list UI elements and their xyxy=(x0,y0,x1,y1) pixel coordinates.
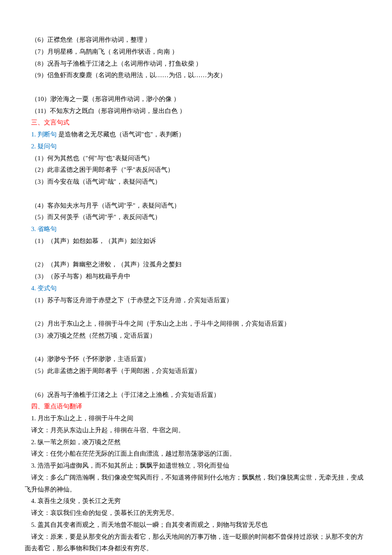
text-line: 译文：任凭小船在茫茫无际的江面上自由漂流，越过那浩荡渺远的江面。 xyxy=(25,448,367,460)
text-line xyxy=(25,306,367,318)
text-line: （2）月出于东山之上，徘徊于斗牛之间（于东山之上出，于斗牛之间徘徊，介宾短语后置… xyxy=(25,318,367,330)
text-line: 1. 判断句 是造物者之无尽藏也（语气词"也"，表判断） xyxy=(25,129,367,141)
text-line: （5）此非孟德之困于周郎者乎（于周郎困，介宾短语后置） xyxy=(25,365,367,377)
text-line: （9）侣鱼虾而友麋鹿（名词的意动用法，以……为侣，以……为友） xyxy=(25,69,367,81)
text-line: 2. 纵一苇之所如，凌万顷之茫然 xyxy=(25,436,367,448)
text-line: 3. 浩浩乎如冯虚御风，而不知其所止；飘飘乎如遗世独立，羽化而登仙 xyxy=(25,460,367,472)
text-line xyxy=(25,342,367,354)
text-line: （3）（苏子与客）相与枕藉乎舟中 xyxy=(25,271,367,283)
text-span: 1. 判断句 xyxy=(31,131,57,138)
text-line: （4）渺渺兮予怀（予怀渺渺，主语后置） xyxy=(25,353,367,365)
text-line: （6）况吾与子渔樵于江渚之上（于江渚之上渔樵，介宾短语后置） xyxy=(25,389,367,401)
text-line: 4. 变式句 xyxy=(25,283,367,295)
text-line: （2）此非孟德之困于周郎者乎（"乎"表反问语气） xyxy=(25,164,367,176)
text-line: （4）客亦知夫水与月乎（语气词"乎"，表疑问语气） xyxy=(25,200,367,212)
text-line: 4. 哀吾生之须臾，羡长江之无穷 xyxy=(25,495,367,507)
text-line: 译文：哀叹我们生命的短促，羡慕长江的无穷无尽。 xyxy=(25,507,367,519)
text-line: 2. 疑问句 xyxy=(25,141,367,153)
text-span: 是造物者之无尽藏也（语气词"也"，表判断） xyxy=(57,131,185,138)
text-line xyxy=(25,81,367,93)
text-line: 1. 月出于东山之上，徘徊于斗牛之间 xyxy=(25,413,367,425)
document-body: （6）正襟危坐（形容词用作动词，整理 ）（7）月明星稀，乌鹊南飞（ 名词用作状语… xyxy=(25,34,367,555)
text-line: 译文：多么广阔浩瀚啊，我们像凌空驾风而行，不知道将停留到什么地方；飘飘然，我们像… xyxy=(25,472,367,496)
text-line: （1）何为其然也（"何"与"也"表疑问语气） xyxy=(25,153,367,165)
text-line: （7）月明星稀，乌鹊南飞（ 名词用作状语，向南 ） xyxy=(25,46,367,58)
text-line: （3）而今安在哉（语气词"哉"，表疑问语气） xyxy=(25,176,367,188)
text-line: 三、文言句式 xyxy=(25,117,367,129)
text-line: （1）（其声）如怨如慕，（其声）如泣如诉 xyxy=(25,235,367,247)
text-line: （11）不知东方之既白（形容词用作动词，显出白色 ） xyxy=(25,105,367,117)
text-line: （6）正襟危坐（形容词用作动词，整理 ） xyxy=(25,34,367,46)
text-line: 3. 省略句 xyxy=(25,223,367,235)
text-line: 四、重点语句翻译 xyxy=(25,401,367,413)
text-line xyxy=(25,377,367,389)
text-line: 译文：原来，要是从那变化的方面去看它，那么天地间的万事万物，连一眨眼的时间都不曾… xyxy=(25,531,367,555)
text-line: （10）渺沧海之一粟（形容词用作动词，渺小的像 ） xyxy=(25,93,367,105)
text-line: （2）（其声）舞幽壑之潜蛟，（其声）泣孤舟之嫠妇 xyxy=(25,259,367,271)
text-line: （3）凌万顷之茫然（茫然万顷，定语后置） xyxy=(25,330,367,342)
text-line: 译文：月亮从东边山上升起，徘徊在斗宿、牛宿之间。 xyxy=(25,425,367,436)
text-line xyxy=(25,247,367,259)
text-line: （1）苏子与客泛舟游于赤壁之下（于赤壁之下泛舟游，介宾短语后置） xyxy=(25,295,367,306)
text-line xyxy=(25,188,367,200)
text-line: （8）况吾与子渔樵于江渚之上（名词用作动词，打鱼砍柴 ） xyxy=(25,58,367,70)
text-line: （5）而又何羡乎（语气词"乎"，表反问语气） xyxy=(25,211,367,223)
text-line: 5. 盖其自其变者而观之，而天地曾不能以一瞬；自其变者而观之，则物与我皆无尽也 xyxy=(25,519,367,531)
